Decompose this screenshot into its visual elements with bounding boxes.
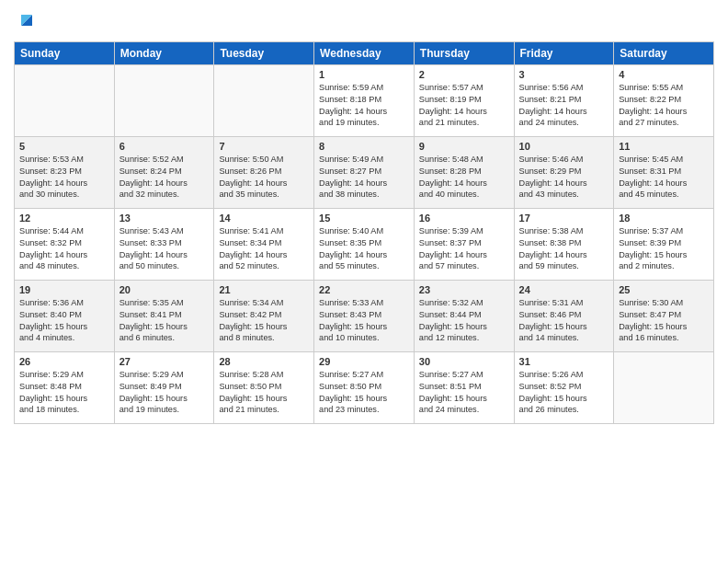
day-info: Sunrise: 5:38 AM Sunset: 8:38 PM Dayligh… bbox=[519, 225, 609, 273]
calendar-cell: 7Sunrise: 5:50 AM Sunset: 8:26 PM Daylig… bbox=[214, 136, 314, 208]
day-info: Sunrise: 5:44 AM Sunset: 8:32 PM Dayligh… bbox=[19, 225, 109, 273]
calendar-cell bbox=[15, 64, 115, 136]
calendar-cell: 23Sunrise: 5:32 AM Sunset: 8:44 PM Dayli… bbox=[414, 280, 514, 351]
day-info: Sunrise: 5:52 AM Sunset: 8:24 PM Dayligh… bbox=[119, 154, 210, 201]
calendar-week-row: 26Sunrise: 5:29 AM Sunset: 8:48 PM Dayli… bbox=[15, 351, 714, 423]
calendar-week-row: 12Sunrise: 5:44 AM Sunset: 8:32 PM Dayli… bbox=[15, 208, 714, 280]
day-info: Sunrise: 5:59 AM Sunset: 8:18 PM Dayligh… bbox=[319, 82, 409, 130]
day-number: 22 bbox=[319, 284, 409, 295]
calendar-cell: 19Sunrise: 5:36 AM Sunset: 8:40 PM Dayli… bbox=[15, 280, 115, 351]
calendar-cell: 12Sunrise: 5:44 AM Sunset: 8:32 PM Dayli… bbox=[15, 208, 115, 280]
day-number: 29 bbox=[319, 356, 409, 367]
day-number: 14 bbox=[219, 213, 309, 224]
day-number: 5 bbox=[19, 141, 109, 152]
day-info: Sunrise: 5:43 AM Sunset: 8:33 PM Dayligh… bbox=[119, 225, 210, 273]
day-info: Sunrise: 5:48 AM Sunset: 8:28 PM Dayligh… bbox=[419, 154, 509, 201]
day-info: Sunrise: 5:26 AM Sunset: 8:52 PM Dayligh… bbox=[519, 369, 609, 417]
weekday-header-friday: Friday bbox=[514, 41, 614, 64]
calendar-cell: 1Sunrise: 5:59 AM Sunset: 8:18 PM Daylig… bbox=[314, 64, 415, 136]
day-info: Sunrise: 5:39 AM Sunset: 8:37 PM Dayligh… bbox=[419, 225, 509, 273]
calendar-cell: 5Sunrise: 5:53 AM Sunset: 8:23 PM Daylig… bbox=[15, 136, 115, 208]
day-info: Sunrise: 5:32 AM Sunset: 8:44 PM Dayligh… bbox=[419, 297, 509, 345]
day-number: 19 bbox=[19, 284, 109, 295]
day-number: 13 bbox=[119, 213, 210, 224]
calendar-cell: 8Sunrise: 5:49 AM Sunset: 8:27 PM Daylig… bbox=[314, 136, 415, 208]
weekday-header-thursday: Thursday bbox=[414, 41, 514, 64]
calendar-cell: 22Sunrise: 5:33 AM Sunset: 8:43 PM Dayli… bbox=[314, 280, 415, 351]
calendar-week-row: 1Sunrise: 5:59 AM Sunset: 8:18 PM Daylig… bbox=[15, 64, 714, 136]
day-info: Sunrise: 5:57 AM Sunset: 8:19 PM Dayligh… bbox=[419, 82, 509, 130]
weekday-header-monday: Monday bbox=[114, 41, 214, 64]
day-number: 26 bbox=[19, 356, 109, 367]
calendar-cell: 27Sunrise: 5:29 AM Sunset: 8:49 PM Dayli… bbox=[114, 351, 214, 423]
day-info: Sunrise: 5:29 AM Sunset: 8:48 PM Dayligh… bbox=[19, 369, 109, 417]
calendar-cell bbox=[214, 64, 314, 136]
day-number: 20 bbox=[119, 284, 210, 295]
day-number: 6 bbox=[119, 141, 210, 152]
calendar-week-row: 5Sunrise: 5:53 AM Sunset: 8:23 PM Daylig… bbox=[15, 136, 714, 208]
calendar-cell: 15Sunrise: 5:40 AM Sunset: 8:35 PM Dayli… bbox=[314, 208, 415, 280]
calendar-cell: 26Sunrise: 5:29 AM Sunset: 8:48 PM Dayli… bbox=[15, 351, 115, 423]
logo-text bbox=[14, 9, 36, 34]
logo-triangle-icon bbox=[16, 9, 36, 29]
page: SundayMondayTuesdayWednesdayThursdayFrid… bbox=[0, 0, 728, 563]
day-number: 24 bbox=[519, 284, 609, 295]
day-info: Sunrise: 5:45 AM Sunset: 8:31 PM Dayligh… bbox=[619, 154, 709, 201]
day-info: Sunrise: 5:29 AM Sunset: 8:49 PM Dayligh… bbox=[119, 369, 210, 417]
day-number: 9 bbox=[419, 141, 509, 152]
calendar-cell: 20Sunrise: 5:35 AM Sunset: 8:41 PM Dayli… bbox=[114, 280, 214, 351]
day-number: 23 bbox=[419, 284, 509, 295]
day-number: 21 bbox=[219, 284, 309, 295]
day-info: Sunrise: 5:27 AM Sunset: 8:50 PM Dayligh… bbox=[319, 369, 409, 417]
calendar-cell: 3Sunrise: 5:56 AM Sunset: 8:21 PM Daylig… bbox=[514, 64, 614, 136]
weekday-header-tuesday: Tuesday bbox=[214, 41, 314, 64]
calendar-cell: 6Sunrise: 5:52 AM Sunset: 8:24 PM Daylig… bbox=[114, 136, 214, 208]
calendar-cell: 31Sunrise: 5:26 AM Sunset: 8:52 PM Dayli… bbox=[514, 351, 614, 423]
calendar-cell: 28Sunrise: 5:28 AM Sunset: 8:50 PM Dayli… bbox=[214, 351, 314, 423]
calendar-cell: 17Sunrise: 5:38 AM Sunset: 8:38 PM Dayli… bbox=[514, 208, 614, 280]
day-info: Sunrise: 5:46 AM Sunset: 8:29 PM Dayligh… bbox=[519, 154, 609, 201]
calendar-cell: 18Sunrise: 5:37 AM Sunset: 8:39 PM Dayli… bbox=[614, 208, 714, 280]
day-number: 4 bbox=[619, 69, 709, 80]
day-info: Sunrise: 5:36 AM Sunset: 8:40 PM Dayligh… bbox=[19, 297, 109, 345]
day-number: 16 bbox=[419, 213, 509, 224]
day-number: 7 bbox=[219, 141, 309, 152]
day-info: Sunrise: 5:53 AM Sunset: 8:23 PM Dayligh… bbox=[19, 154, 109, 201]
day-info: Sunrise: 5:30 AM Sunset: 8:47 PM Dayligh… bbox=[619, 297, 709, 345]
weekday-header-sunday: Sunday bbox=[15, 41, 115, 64]
day-info: Sunrise: 5:40 AM Sunset: 8:35 PM Dayligh… bbox=[319, 225, 409, 273]
day-info: Sunrise: 5:55 AM Sunset: 8:22 PM Dayligh… bbox=[619, 82, 709, 130]
day-number: 30 bbox=[419, 356, 509, 367]
day-number: 27 bbox=[119, 356, 210, 367]
day-number: 17 bbox=[519, 213, 609, 224]
calendar-cell bbox=[614, 351, 714, 423]
day-number: 3 bbox=[519, 69, 609, 80]
day-number: 18 bbox=[619, 213, 709, 224]
logo bbox=[14, 9, 36, 34]
calendar-cell: 10Sunrise: 5:46 AM Sunset: 8:29 PM Dayli… bbox=[514, 136, 614, 208]
day-info: Sunrise: 5:31 AM Sunset: 8:46 PM Dayligh… bbox=[519, 297, 609, 345]
day-info: Sunrise: 5:49 AM Sunset: 8:27 PM Dayligh… bbox=[319, 154, 409, 201]
day-info: Sunrise: 5:27 AM Sunset: 8:51 PM Dayligh… bbox=[419, 369, 509, 417]
calendar-cell: 13Sunrise: 5:43 AM Sunset: 8:33 PM Dayli… bbox=[114, 208, 214, 280]
day-number: 15 bbox=[319, 213, 409, 224]
day-info: Sunrise: 5:50 AM Sunset: 8:26 PM Dayligh… bbox=[219, 154, 309, 201]
day-number: 28 bbox=[219, 356, 309, 367]
day-number: 31 bbox=[519, 356, 609, 367]
day-info: Sunrise: 5:35 AM Sunset: 8:41 PM Dayligh… bbox=[119, 297, 210, 345]
day-info: Sunrise: 5:34 AM Sunset: 8:42 PM Dayligh… bbox=[219, 297, 309, 345]
day-info: Sunrise: 5:41 AM Sunset: 8:34 PM Dayligh… bbox=[219, 225, 309, 273]
calendar-cell: 14Sunrise: 5:41 AM Sunset: 8:34 PM Dayli… bbox=[214, 208, 314, 280]
day-number: 2 bbox=[419, 69, 509, 80]
day-number: 10 bbox=[519, 141, 609, 152]
calendar-cell: 30Sunrise: 5:27 AM Sunset: 8:51 PM Dayli… bbox=[414, 351, 514, 423]
day-number: 11 bbox=[619, 141, 709, 152]
calendar-cell: 16Sunrise: 5:39 AM Sunset: 8:37 PM Dayli… bbox=[414, 208, 514, 280]
calendar-cell: 25Sunrise: 5:30 AM Sunset: 8:47 PM Dayli… bbox=[614, 280, 714, 351]
day-number: 1 bbox=[319, 69, 409, 80]
calendar-table: SundayMondayTuesdayWednesdayThursdayFrid… bbox=[14, 41, 714, 424]
day-info: Sunrise: 5:37 AM Sunset: 8:39 PM Dayligh… bbox=[619, 225, 709, 273]
calendar-cell: 2Sunrise: 5:57 AM Sunset: 8:19 PM Daylig… bbox=[414, 64, 514, 136]
header bbox=[14, 9, 714, 34]
day-info: Sunrise: 5:56 AM Sunset: 8:21 PM Dayligh… bbox=[519, 82, 609, 130]
